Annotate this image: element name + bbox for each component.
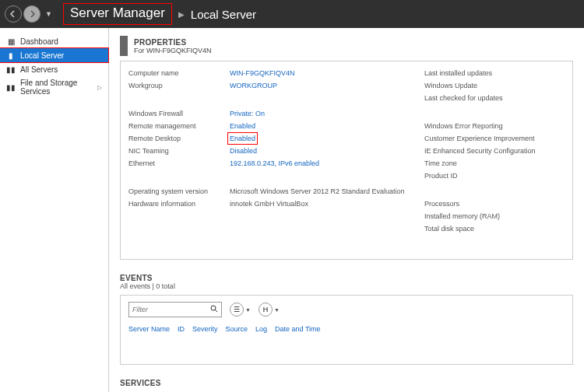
events-subtitle: All events | 0 total — [120, 282, 573, 290]
prop-value-link[interactable]: WIN-F9GQKFIQV4N — [230, 69, 295, 77]
prop-label: NIC Teaming — [128, 145, 206, 156]
nav-dropdown-icon[interactable]: ▼ — [45, 10, 52, 18]
prop-label: Windows Firewall — [128, 108, 206, 119]
events-title: EVENTS — [120, 274, 573, 282]
servers-icon: ▮▮ — [6, 65, 16, 74]
svg-line-1 — [215, 310, 217, 312]
column-header[interactable]: Date and Time — [275, 325, 321, 333]
sidebar-item-dashboard[interactable]: ▦ Dashboard — [0, 34, 108, 48]
prop-label: Installed memory (RAM) — [424, 211, 565, 222]
storage-icon: ▮▮ — [6, 82, 16, 92]
prop-label: Workgroup — [128, 80, 206, 91]
prop-label: Total disk space — [424, 223, 565, 234]
prop-label: Windows Update — [424, 80, 565, 91]
sidebar-item-label: All Servers — [20, 65, 58, 74]
content-area: PROPERTIES For WIN-F9GQKFIQV4N Computer … — [109, 28, 584, 392]
services-title: SERVICES — [120, 379, 573, 387]
prop-label: Hardware information — [128, 198, 206, 209]
column-header[interactable]: ID — [178, 325, 185, 333]
prop-value-link[interactable]: 192.168.0.243, IPv6 enabled — [230, 159, 319, 167]
sidebar-item-label: Dashboard — [20, 37, 58, 46]
prop-label: Ethernet — [128, 158, 206, 169]
breadcrumb-current: Local Server — [191, 8, 256, 21]
sidebar-item-label: File and Storage Services — [20, 79, 93, 96]
filter-options-button[interactable]: H — [259, 303, 273, 317]
prop-label: Product ID — [424, 170, 565, 181]
prop-value: innotek GmbH VirtualBox — [230, 198, 401, 209]
chevron-down-icon[interactable]: ▼ — [274, 307, 280, 313]
list-options-button[interactable]: ☰ — [230, 303, 244, 317]
sidebar-item-local-server[interactable]: ▮ Local Server — [0, 48, 108, 62]
chevron-down-icon[interactable]: ▼ — [245, 307, 251, 313]
prop-value-link[interactable]: Private: On — [230, 110, 265, 117]
events-panel: ☰ ▼ H ▼ Server Name ID Severity Source L… — [120, 295, 573, 365]
forward-button[interactable] — [23, 5, 40, 23]
prop-value: Microsoft Windows Server 2012 R2 Standar… — [230, 186, 401, 197]
properties-panel: Computer name Workgroup Windows Firewall… — [120, 61, 573, 260]
prop-value-remote-desktop[interactable]: Enabled — [230, 135, 255, 142]
dashboard-icon: ▦ — [6, 37, 16, 46]
search-icon[interactable] — [210, 305, 218, 314]
prop-value-link[interactable]: WORKGROUP — [230, 82, 277, 89]
prop-label: Time zone — [424, 158, 565, 169]
properties-icon — [120, 36, 128, 56]
sidebar-item-label: Local Server — [20, 51, 64, 60]
prop-value-link[interactable]: Disabled — [230, 147, 257, 155]
svg-point-0 — [211, 306, 216, 310]
prop-label: Computer name — [128, 68, 206, 79]
prop-label: IE Enhanced Security Configuration — [424, 145, 565, 156]
prop-label: Last checked for updates — [424, 93, 565, 103]
back-button[interactable] — [5, 5, 22, 23]
sidebar: ▦ Dashboard ▮ Local Server ▮▮ All Server… — [0, 28, 109, 392]
prop-label: Remote management — [128, 121, 206, 131]
events-columns: Server Name ID Severity Source Log Date … — [128, 325, 565, 333]
prop-label: Windows Error Reporting — [424, 121, 565, 131]
properties-subtitle: For WIN-F9GQKFIQV4N — [134, 47, 212, 54]
filter-input-wrap — [128, 302, 222, 317]
prop-value-link[interactable]: Enabled — [230, 122, 255, 130]
column-header[interactable]: Source — [226, 325, 248, 333]
prop-label: Last installed updates — [424, 68, 565, 79]
sidebar-item-all-servers[interactable]: ▮▮ All Servers — [0, 62, 108, 76]
chevron-right-icon: ▷ — [97, 84, 102, 91]
sidebar-item-storage[interactable]: ▮▮ File and Storage Services ▷ — [0, 76, 108, 98]
properties-title: PROPERTIES — [134, 38, 212, 47]
server-icon: ▮ — [6, 51, 16, 60]
column-header[interactable]: Severity — [192, 325, 218, 333]
column-header[interactable]: Log — [255, 325, 267, 333]
prop-label: Customer Experience Improvement — [424, 133, 565, 144]
chevron-right-icon: ▶ — [178, 10, 185, 19]
prop-label: Operating system version — [128, 186, 206, 197]
app-title: Server Manager — [63, 3, 172, 25]
title-bar: ▼ Server Manager ▶ Local Server — [0, 0, 584, 28]
prop-label: Processors — [424, 198, 565, 209]
column-header[interactable]: Server Name — [128, 325, 170, 333]
filter-input[interactable] — [132, 306, 210, 313]
prop-label: Remote Desktop — [128, 133, 206, 144]
